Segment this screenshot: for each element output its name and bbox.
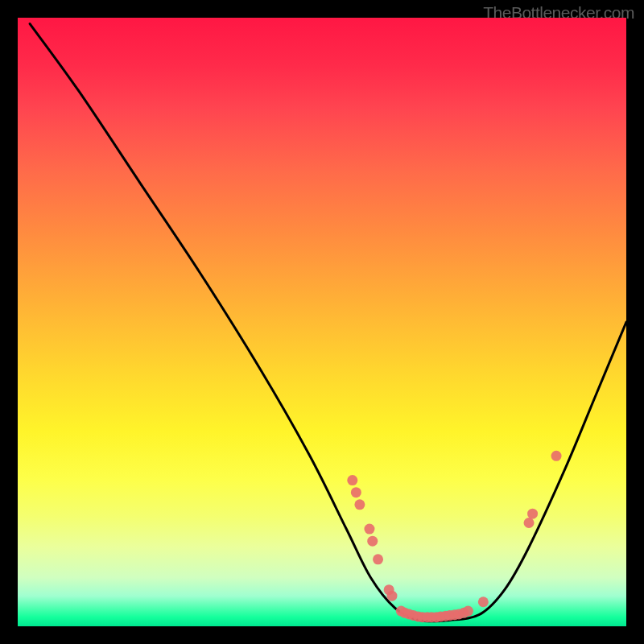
data-points xyxy=(347,451,561,622)
data-point xyxy=(527,509,538,519)
data-point xyxy=(354,499,365,510)
data-point xyxy=(478,597,489,607)
data-point xyxy=(373,554,383,564)
chart-overlay xyxy=(18,18,626,626)
bottleneck-curve xyxy=(30,24,626,621)
data-point xyxy=(367,536,378,547)
curve-line xyxy=(30,24,626,621)
chart-container: TheBottlenecker.com xyxy=(0,0,644,644)
data-point xyxy=(364,524,374,535)
data-point xyxy=(386,591,397,601)
data-point xyxy=(524,518,535,528)
data-point xyxy=(463,606,473,617)
data-point xyxy=(551,451,562,461)
data-point xyxy=(351,487,361,497)
plot-area xyxy=(18,18,626,626)
data-point xyxy=(347,475,357,485)
